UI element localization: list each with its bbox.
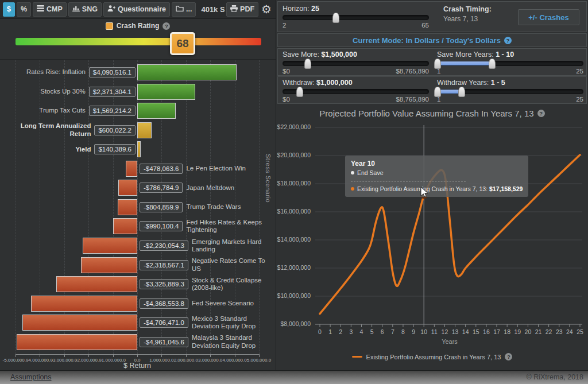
stress-bar[interactable] [113,218,137,234]
stress-row-labels: -$804,859.9Trump Trade Wars [140,199,241,215]
stress-row-labels: -$4,961,045.6Malaysia 3 Standard Deviati… [140,334,276,350]
stress-tick [161,354,162,357]
projection-y-tick-label: $8,000,000 [276,320,311,327]
mouse-cursor [420,187,429,201]
more-label: ... [186,5,192,13]
stress-bar[interactable] [137,103,176,119]
stress-tick-label: -5,000,000.0 [3,358,29,363]
stress-row-labels: Rates Rise: Inflation$4,090,516.1 [26,64,136,80]
stress-label: Long Term Annualized Return [0,122,91,137]
crash-rating-gauge[interactable]: 68 [16,38,261,45]
save-more-years-end-handle[interactable] [489,59,496,69]
horizon-slider-handle[interactable] [332,13,339,23]
stress-bar[interactable] [137,84,195,100]
settings-gear-icon[interactable]: ⚙ [260,3,273,15]
save-more-years-slider-track[interactable] [437,61,583,66]
stress-bar[interactable] [81,257,137,273]
stress-value: -$786,784.9 [140,183,183,193]
save-more-years-start-handle[interactable] [434,59,441,69]
folder-open-icon [176,5,184,13]
stress-row-labels: Stocks Up 30%$2,371,304.1 [40,84,136,100]
stress-bar[interactable] [137,141,141,157]
add-remove-crashes-button[interactable]: +/- Crashes [518,9,579,25]
stress-value: $600,022.2 [94,125,136,135]
open-portfolio-button[interactable]: ... [172,2,196,17]
save-more-slider-handle[interactable] [304,59,311,69]
stress-row: -$4,961,045.6Malaysia 3 Standard Deviati… [0,334,276,350]
cmp-button[interactable]: CMP [33,2,67,17]
stress-value: -$478,063.6 [140,164,183,174]
mode-help-icon[interactable]: ? [504,37,512,44]
sng-button[interactable]: SNG [68,2,102,17]
withdraw-max: $8,765,890 [396,96,429,103]
projection-y-tick-label: $14,000,000 [276,236,311,243]
stress-bar[interactable] [22,315,137,331]
stress-bar[interactable] [118,199,137,215]
withdraw-years-slider-group: Withdraw Years: 1 - 5 1 25 [437,79,583,103]
person-plus-icon [107,5,115,13]
stress-bar[interactable] [56,276,137,292]
projection-x-axis-title: Years [442,338,458,345]
withdraw-slider-track[interactable] [283,89,429,94]
save-more-box: Save More: $1,500,000 $0 $8,765,890 Save… [277,48,587,76]
projection-x-tick-label: 11 [431,328,438,335]
stress-row: -$4,368,553.8Fed Severe Scenario [0,296,276,312]
projection-x-tick-label: 17 [493,328,500,335]
withdraw-slider-handle[interactable] [296,87,303,97]
stress-row: Trump Tax Cuts$1,569,214.2 [0,103,276,119]
save-more-years-range-fill [438,61,492,65]
projection-chart-plot[interactable] [276,121,588,339]
crash-rating-value: 68 [176,37,188,50]
stress-tick [64,354,65,357]
legend-line-swatch [352,356,362,358]
stress-bar[interactable] [118,180,137,196]
mode-banner[interactable]: Current Mode: In Dollars / Today's Dolla… [277,33,587,47]
stress-chart-plot[interactable]: Rates Rise: Inflation$4,090,516.1Stocks … [0,60,276,354]
withdraw-years-start-handle[interactable] [434,87,441,97]
stress-label: Stocks Up 30% [40,88,86,95]
stress-bar[interactable] [137,64,237,80]
questionnaire-button[interactable]: Questionnaire [103,2,170,17]
stress-label: Trump Trade Wars [186,203,241,211]
stress-row: -$2,318,567.1Negative Rates Come To US [0,257,276,273]
stress-bar[interactable] [31,296,137,312]
projection-chart-help-icon[interactable]: ? [537,110,545,117]
dollar-mode-button[interactable]: $ [3,2,15,17]
assumptions-link[interactable]: Assumptions [10,373,52,381]
save-more-slider-track[interactable] [283,61,429,66]
stress-tick [113,354,114,357]
withdraw-years-slider-track[interactable] [437,89,583,94]
horizon-min: 2 [283,22,286,29]
save-more-years-label: Save More Years: [437,51,494,59]
pdf-button[interactable]: PDF [226,2,258,17]
stress-tick-label: 2,000,000.0 [174,358,198,363]
projection-x-tick-label: 5 [370,328,374,335]
stress-label: Trump Tax Cuts [39,107,86,114]
stress-label: Fed Severe Scenario [192,300,254,307]
mode-banner-text: Current Mode: In Dollars / Today's Dolla… [353,36,501,45]
stress-bar[interactable] [83,238,137,254]
legend-help-icon[interactable]: ? [505,353,512,360]
projection-x-tick-label: 23 [556,328,563,335]
horizon-slider-group: Horizon: 25 2 65 [283,5,429,29]
projection-x-tick-label: 1 [328,328,332,335]
stress-bar[interactable] [126,161,137,177]
stress-bar[interactable] [137,122,152,138]
horizon-box: Horizon: 25 2 65 Crash Timing: Years 7, … [277,1,587,32]
stress-tick-label: 1,000,000.0 [149,358,173,363]
withdraw-box: Withdraw: $1,000,000 $0 $8,765,890 Withd… [277,76,587,104]
horizon-slider-track[interactable] [283,15,429,20]
projection-y-tick-label: $12,000,000 [276,264,311,271]
save-more-value: $1,500,000 [321,51,357,59]
percent-mode-button[interactable]: % [17,2,31,17]
stress-row: Rates Rise: Inflation$4,090,516.1 [0,64,276,80]
stress-label: Stock & Credit Collapse (2008-like) [192,277,276,292]
projection-x-tick-label: 3 [349,328,353,335]
crash-rating-help-icon[interactable]: ? [163,22,170,30]
crash-rating-marker[interactable]: 68 [170,32,195,55]
projection-panel: Horizon: 25 2 65 Crash Timing: Years 7, … [276,0,588,370]
withdraw-years-end-handle[interactable] [458,87,465,97]
stress-bar[interactable] [17,334,137,350]
stress-row: -$478,063.6Le Pen Election Win [0,161,276,177]
projection-chart[interactable]: Projected Portfolio Value Assuming Crash… [276,106,588,370]
